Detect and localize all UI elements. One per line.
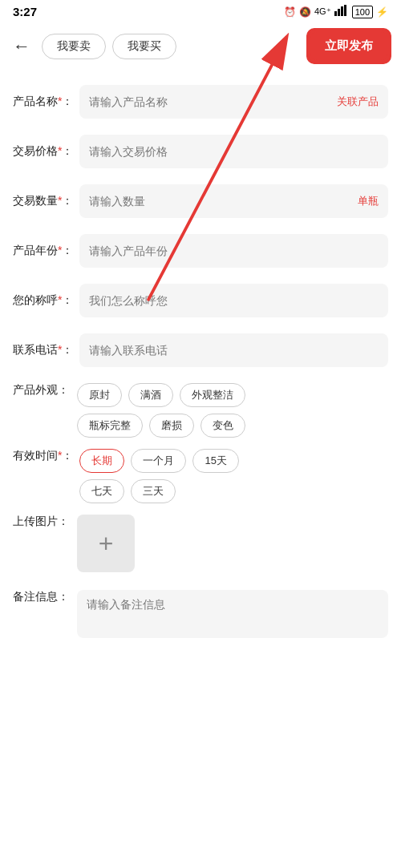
tag-bianse[interactable]: 变色 <box>200 414 245 438</box>
tag-yige-yue[interactable]: 一个月 <box>131 449 186 473</box>
status-bar: 3:27 ⏰ 🔕 4G⁺ 100 ⚡ <box>0 0 401 22</box>
tag-15tian[interactable]: 15天 <box>192 449 238 473</box>
remark-textarea[interactable] <box>87 598 379 624</box>
trade-quantity-input-wrap: 单瓶 <box>79 184 388 218</box>
your-name-input[interactable] <box>89 294 379 307</box>
tab-buy[interactable]: 我要买 <box>112 34 176 59</box>
your-name-label: 您的称呼*： <box>13 293 73 308</box>
nav-tabs: 我要卖 我要买 <box>42 34 298 59</box>
tag-changqi[interactable]: 长期 <box>79 449 124 473</box>
remark-input-wrap <box>77 590 388 638</box>
trade-price-label: 交易价格*： <box>13 144 73 159</box>
alarm-icon: ⏰ <box>284 6 296 18</box>
product-year-input-wrap <box>79 234 388 268</box>
plus-icon: + <box>99 529 114 559</box>
validity-tags-first-row: 长期 一个月 15天 <box>79 449 388 473</box>
upload-label: 上传图片： <box>13 515 71 529</box>
appearance-tags-second-row: 瓶标完整 磨损 变色 <box>77 414 388 438</box>
appearance-tags-first-row: 原封 满酒 外观整洁 <box>77 383 388 407</box>
tag-manjiu[interactable]: 满酒 <box>128 383 173 407</box>
trade-quantity-label: 交易数量*： <box>13 194 73 208</box>
tag-qitian[interactable]: 七天 <box>79 479 124 503</box>
trade-quantity-input[interactable] <box>89 195 351 208</box>
unit-tag[interactable]: 单瓶 <box>358 194 379 208</box>
trade-quantity-row: 交易数量*： 单瓶 <box>0 176 401 226</box>
your-name-input-wrap <box>79 284 388 317</box>
top-nav: ← 我要卖 我要买 立即发布 <box>0 22 401 71</box>
remark-label: 备注信息： <box>13 590 71 604</box>
your-name-row: 您的称呼*： <box>0 276 401 325</box>
status-icons: ⏰ 🔕 4G⁺ 100 ⚡ <box>284 5 388 18</box>
appearance-label: 产品外观： <box>13 383 71 398</box>
form-body: 产品名称*： 关联产品 交易价格*： 交易数量*： 单瓶 <box>0 71 401 662</box>
remark-row: 备注信息： <box>0 580 401 646</box>
silent-icon: 🔕 <box>299 6 311 18</box>
svg-rect-2 <box>341 6 343 16</box>
phone-label: 联系电话*： <box>13 343 73 357</box>
tag-pingbiao[interactable]: 瓶标完整 <box>77 414 143 438</box>
battery-icon: 100 <box>352 6 373 18</box>
trade-price-input-wrap <box>79 135 388 168</box>
status-time: 3:27 <box>13 5 37 18</box>
validity-tags-area: 长期 一个月 15天 七天 三天 <box>79 449 388 503</box>
svg-rect-0 <box>334 11 337 16</box>
tag-yuanfeng[interactable]: 原封 <box>77 383 122 407</box>
wifi-bars-icon <box>334 5 349 18</box>
validity-tags-second-row: 七天 三天 <box>79 479 388 503</box>
back-button[interactable]: ← <box>10 36 34 57</box>
publish-button-wrapper: 立即发布 <box>306 28 391 64</box>
publish-button[interactable]: 立即发布 <box>310 32 387 60</box>
product-name-label: 产品名称*： <box>13 95 73 109</box>
tab-sell[interactable]: 我要卖 <box>42 34 106 59</box>
validity-row: 有效时间*： 长期 一个月 15天 七天 三天 <box>0 439 401 505</box>
tag-waiguan[interactable]: 外观整洁 <box>180 383 245 407</box>
upload-row: 上传图片： + <box>0 505 401 580</box>
product-name-row: 产品名称*： 关联产品 <box>0 77 401 127</box>
phone-input-wrap <box>79 333 388 367</box>
trade-price-input[interactable] <box>89 145 379 158</box>
appearance-row: 产品外观： 原封 满酒 外观整洁 瓶标完整 磨损 变色 <box>0 375 401 439</box>
validity-label: 有效时间*： <box>13 449 73 463</box>
related-product-link[interactable]: 关联产品 <box>337 95 379 109</box>
upload-button[interactable]: + <box>77 515 135 572</box>
phone-row: 联系电话*： <box>0 325 401 375</box>
product-year-input[interactable] <box>89 244 379 257</box>
product-year-label: 产品年份*： <box>13 244 73 258</box>
appearance-tags-area: 原封 满酒 外观整洁 瓶标完整 磨损 变色 <box>77 383 388 438</box>
product-name-input-wrap: 关联产品 <box>79 85 388 119</box>
tag-santian[interactable]: 三天 <box>131 479 176 503</box>
trade-price-row: 交易价格*： <box>0 127 401 176</box>
lightning-icon: ⚡ <box>376 6 388 18</box>
svg-rect-1 <box>338 9 340 16</box>
phone-input[interactable] <box>89 344 379 357</box>
product-year-row: 产品年份*： <box>0 226 401 276</box>
tag-mosun[interactable]: 磨损 <box>149 414 194 438</box>
product-name-input[interactable] <box>89 95 330 108</box>
signal-icon: 4G⁺ <box>314 6 331 17</box>
svg-rect-3 <box>344 5 346 16</box>
